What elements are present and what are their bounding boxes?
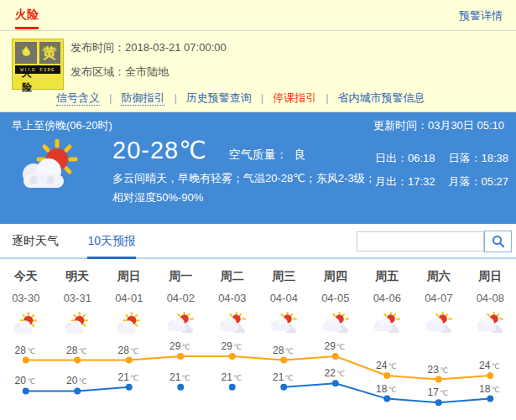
flame-icon — [15, 42, 37, 64]
day-date: 04-01 — [103, 292, 155, 304]
publish-time-label: 发布时间： — [70, 41, 125, 54]
sunset-value: 18:38 — [482, 152, 509, 164]
ten-day-forecast: 今天明天周日周一周二周三周四周五周六周日 03-3003-3104-0104-0… — [0, 269, 516, 419]
cloud-sun-icon — [206, 310, 258, 337]
link-separator: | — [109, 91, 112, 104]
low-temp-label: 18℃ — [479, 383, 499, 395]
link-defense-guide[interactable]: 防御指引 — [121, 91, 164, 106]
high-temp-point — [229, 353, 236, 360]
day-date: 04-06 — [362, 292, 414, 304]
day-date: 04-07 — [413, 292, 465, 304]
high-temp-point — [177, 353, 184, 360]
weather-widget: 火险 预警详情 黄 WILD FIRE 火 险 发布时间：2018-03-21 … — [0, 0, 516, 420]
tab-fire-risk[interactable]: 火险 — [15, 8, 39, 29]
moonset-label: 月落： — [449, 175, 482, 188]
cloud-sun-icon — [155, 310, 207, 337]
link-separator: | — [174, 91, 176, 104]
day-name: 周日 — [103, 269, 155, 284]
high-temp-point — [383, 372, 390, 379]
day-name: 今天 — [0, 269, 52, 284]
temperature-trend-chart: 28℃28℃28℃29℃29℃28℃29℃24℃23℃24℃20℃20℃21℃2… — [0, 339, 516, 419]
link-province-warnings[interactable]: 省内城市预警信息 — [338, 91, 425, 104]
day-date: 04-05 — [310, 292, 362, 304]
moonrise-label: 月出： — [375, 175, 408, 188]
link-separator: | — [326, 91, 328, 104]
cloud-sun-icon — [413, 310, 465, 337]
sunrise-value: 06:18 — [408, 152, 435, 164]
high-temp-point — [126, 357, 133, 364]
low-temp-point — [383, 396, 390, 402]
period-banner: 早上至傍晚(06-20时) 更新时间：03月30日 05:10 — [0, 112, 516, 133]
high-temp-point — [487, 372, 493, 379]
warning-detail-link[interactable]: 预警详情 — [459, 8, 503, 23]
high-temp-label: 23℃ — [428, 364, 448, 376]
day-name: 周六 — [413, 269, 465, 284]
weather-description: 多云间晴天，早晚有轻雾；气温20-28℃；东风2-3级；相对湿度50%-90% — [112, 169, 378, 207]
sunrise-label: 日出： — [375, 152, 408, 164]
publish-time-value: 2018-03-21 07:00:00 — [125, 41, 227, 54]
low-temp-label: 20℃ — [66, 375, 86, 386]
day-date-row: 03-3003-3104-0104-0204-0304-0404-0504-06… — [0, 292, 516, 304]
sun-cloud-icon — [103, 310, 155, 337]
cloud-sun-icon — [362, 310, 414, 337]
high-temp-label: 29℃ — [222, 340, 242, 352]
link-class-suspension[interactable]: 停课指引 — [273, 91, 316, 104]
publish-area-value: 全市陆地 — [125, 65, 169, 78]
cloud-sun-icon — [465, 310, 516, 337]
link-signal-meaning[interactable]: 信号含义 — [56, 91, 100, 106]
day-date: 04-03 — [206, 292, 258, 304]
day-name: 周三 — [258, 269, 310, 284]
high-temp-point — [23, 357, 29, 364]
search-button[interactable] — [484, 231, 512, 252]
low-temp-point — [229, 384, 236, 391]
low-temp-label: 21℃ — [169, 371, 190, 383]
sunset-label: 日落： — [449, 152, 482, 164]
period-text: 早上至傍晚(06-20时) — [12, 118, 112, 133]
tab-ten-day-forecast[interactable]: 10天预报 — [87, 234, 136, 259]
high-temp-label: 29℃ — [169, 340, 190, 352]
warning-info: 发布时间：2018-03-21 07:00:00 发布区域：全市陆地 — [70, 40, 227, 89]
day-name-row: 今天明天周日周一周二周三周四周五周六周日 — [0, 269, 516, 284]
wild-fire-badge: 黄 WILD FIRE 火 险 — [12, 39, 64, 90]
forecast-tab-bar: 逐时天气 10天预报 — [0, 224, 516, 259]
low-temp-point — [280, 384, 287, 391]
low-temp-point — [126, 384, 133, 391]
search-input[interactable] — [357, 231, 484, 251]
day-date: 03-31 — [52, 292, 104, 304]
badge-level-char: 黄 — [43, 46, 57, 60]
low-temp-point — [23, 387, 29, 394]
cloud-sun-icon — [310, 310, 362, 337]
warning-section: 黄 WILD FIRE 火 险 发布时间：2018-03-21 07:00:00… — [0, 31, 516, 112]
high-temp-label: 24℃ — [376, 360, 396, 371]
sun-cloud-icon — [13, 139, 89, 194]
low-temp-label: 21℃ — [222, 371, 242, 383]
high-temp-label: 28℃ — [273, 345, 293, 356]
high-temp-label: 28℃ — [118, 345, 138, 356]
tab-hourly-weather[interactable]: 逐时天气 — [12, 234, 59, 249]
search-icon — [492, 235, 505, 248]
badge-title: 火 险 — [15, 75, 60, 86]
day-name: 周日 — [465, 269, 516, 284]
day-icon-row — [0, 310, 516, 337]
link-history-query[interactable]: 历史预警查询 — [186, 91, 252, 104]
day-name: 周二 — [206, 269, 258, 284]
day-name: 周四 — [310, 269, 362, 284]
high-temp-point — [435, 376, 442, 383]
high-temp-point — [332, 353, 339, 360]
warning-links: 信号含义|防御指引|历史预警查询|停课指引|省内城市预警信息 — [56, 91, 425, 106]
low-temp-label: 17℃ — [428, 386, 448, 398]
high-temp-label: 28℃ — [66, 345, 86, 356]
low-temp-point — [332, 380, 339, 386]
high-temp-label: 24℃ — [479, 360, 499, 371]
day-date: 04-04 — [258, 292, 310, 304]
link-separator: | — [261, 91, 263, 104]
cloud-sun-icon — [258, 310, 310, 337]
current-weather-panel: 早上至傍晚(06-20时) 更新时间：03月30日 05:10 — [0, 112, 516, 224]
air-quality-value: 良 — [294, 148, 306, 161]
low-temp-label: 21℃ — [118, 371, 138, 383]
high-temp-point — [74, 357, 81, 364]
low-temp-label: 20℃ — [15, 375, 35, 386]
low-temp-point — [487, 396, 493, 402]
temperature-range: 20-28℃ — [112, 136, 207, 164]
day-name: 周一 — [155, 269, 207, 284]
